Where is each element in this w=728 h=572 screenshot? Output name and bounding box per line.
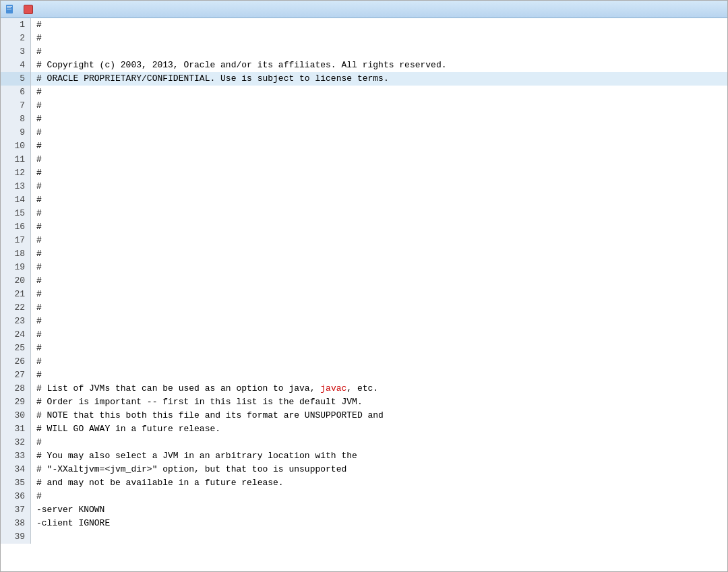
line-number: 35 bbox=[1, 476, 30, 490]
line-number: 14 bbox=[1, 193, 30, 207]
editor-area: 1234567891011121314151617181920212223242… bbox=[1, 18, 727, 544]
line-number: 29 bbox=[1, 395, 30, 409]
code-line: # List of JVMs that can be used as an op… bbox=[31, 382, 727, 395]
line-number: 6 bbox=[1, 86, 30, 99]
code-line: # WILL GO AWAY in a future release. bbox=[31, 422, 727, 436]
line-number: 23 bbox=[1, 315, 30, 328]
code-line bbox=[31, 530, 727, 544]
line-number: 9 bbox=[1, 126, 30, 139]
line-number: 8 bbox=[1, 113, 30, 126]
line-number: 10 bbox=[1, 139, 30, 153]
line-number: 21 bbox=[1, 288, 30, 301]
code-line: # bbox=[31, 436, 727, 449]
line-number: 2 bbox=[1, 32, 30, 45]
svg-rect-3 bbox=[7, 9, 11, 9]
code-line: # bbox=[31, 166, 727, 180]
code-line: -server KNOWN bbox=[31, 503, 727, 517]
code-line: # bbox=[31, 126, 727, 139]
code-line: # bbox=[31, 32, 727, 45]
line-number: 3 bbox=[1, 45, 30, 59]
line-number: 34 bbox=[1, 463, 30, 476]
code-line: # bbox=[31, 261, 727, 274]
code-line: # bbox=[31, 234, 727, 247]
code-line: # Copyright (c) 2003, 2013, Oracle and/o… bbox=[31, 59, 727, 72]
line-number: 32 bbox=[1, 436, 30, 449]
close-button[interactable] bbox=[24, 5, 33, 14]
line-number: 19 bbox=[1, 261, 30, 274]
line-number: 11 bbox=[1, 153, 30, 166]
line-number: 16 bbox=[1, 220, 30, 234]
code-line: # bbox=[31, 490, 727, 503]
code-line: # bbox=[31, 355, 727, 369]
code-line: # bbox=[31, 342, 727, 355]
line-number: 1 bbox=[1, 18, 30, 32]
line-number: 22 bbox=[1, 301, 30, 315]
code-line: # bbox=[31, 301, 727, 315]
editor-window: 1234567891011121314151617181920212223242… bbox=[0, 0, 728, 572]
line-number: 28 bbox=[1, 382, 30, 395]
code-line: # bbox=[31, 45, 727, 59]
svg-rect-2 bbox=[7, 7, 11, 8]
line-numbers: 1234567891011121314151617181920212223242… bbox=[1, 18, 31, 544]
code-line: # Order is important -- first in this li… bbox=[31, 395, 727, 409]
line-number: 13 bbox=[1, 180, 30, 193]
line-number: 39 bbox=[1, 530, 30, 544]
code-line: # bbox=[31, 153, 727, 166]
code-line: # NOTE that this both this file and its … bbox=[31, 409, 727, 422]
line-number: 25 bbox=[1, 342, 30, 355]
code-line: # bbox=[31, 220, 727, 234]
line-number: 26 bbox=[1, 355, 30, 369]
code-line: # bbox=[31, 207, 727, 220]
code-line: # and may not be available in a future r… bbox=[31, 476, 727, 490]
line-number: 17 bbox=[1, 234, 30, 247]
line-number: 18 bbox=[1, 247, 30, 261]
code-line: # bbox=[31, 369, 727, 382]
code-line: # ORACLE PROPRIETARY/CONFIDENTIAL. Use i… bbox=[31, 72, 727, 86]
line-number: 24 bbox=[1, 328, 30, 342]
line-number: 7 bbox=[1, 99, 30, 113]
line-number: 31 bbox=[1, 422, 30, 436]
code-line: # bbox=[31, 86, 727, 99]
line-number: 36 bbox=[1, 490, 30, 503]
code-line: # bbox=[31, 328, 727, 342]
code-line: # You may also select a JVM in an arbitr… bbox=[31, 449, 727, 463]
code-line: # bbox=[31, 315, 727, 328]
code-line: # bbox=[31, 99, 727, 113]
line-number: 12 bbox=[1, 166, 30, 180]
line-number: 15 bbox=[1, 207, 30, 220]
code-content[interactable]: #### Copyright (c) 2003, 2013, Oracle an… bbox=[31, 18, 727, 544]
code-line: # bbox=[31, 193, 727, 207]
code-line: # bbox=[31, 113, 727, 126]
line-number: 37 bbox=[1, 503, 30, 517]
line-number: 33 bbox=[1, 449, 30, 463]
line-number: 5 bbox=[1, 72, 30, 86]
code-line: # "-XXaltjvm=<jvm_dir>" option, but that… bbox=[31, 463, 727, 476]
svg-rect-1 bbox=[7, 6, 12, 7]
line-number: 4 bbox=[1, 59, 30, 72]
line-number: 38 bbox=[1, 517, 30, 530]
line-number: 20 bbox=[1, 274, 30, 288]
code-line: # bbox=[31, 247, 727, 261]
code-line: # bbox=[31, 274, 727, 288]
line-number: 30 bbox=[1, 409, 30, 422]
file-icon bbox=[5, 4, 16, 15]
code-line: # bbox=[31, 288, 727, 301]
code-line: # bbox=[31, 18, 727, 32]
code-line: # bbox=[31, 139, 727, 153]
code-line: # bbox=[31, 180, 727, 193]
title-bar bbox=[1, 1, 727, 18]
line-number: 27 bbox=[1, 369, 30, 382]
code-line: -client IGNORE bbox=[31, 517, 727, 530]
